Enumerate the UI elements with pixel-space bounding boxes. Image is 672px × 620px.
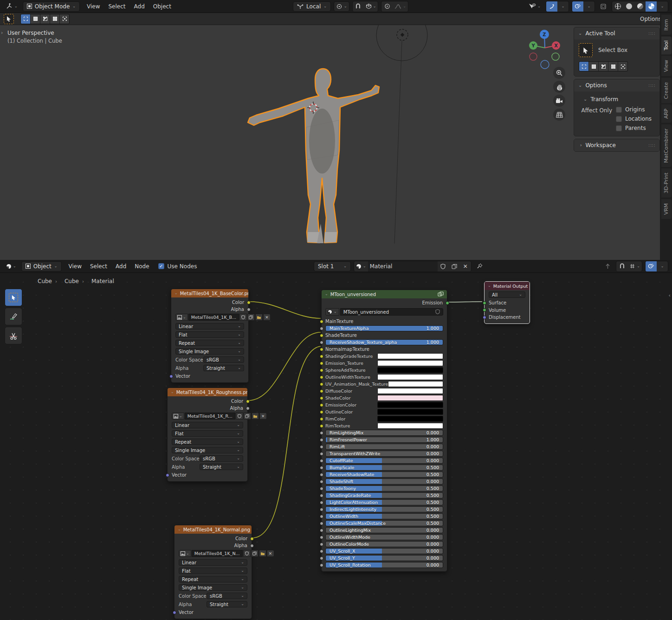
- options-panel-header[interactable]: ⌄ Options ∷∷: [574, 79, 659, 91]
- select-mode-subtract[interactable]: [599, 62, 608, 71]
- color-swatch[interactable]: [377, 402, 443, 408]
- new-material-button[interactable]: [449, 261, 460, 271]
- color-output-socket[interactable]: [250, 537, 254, 541]
- row-slider[interactable]: RimFresnelPower 1.000: [325, 437, 443, 443]
- input-socket[interactable]: [320, 438, 323, 442]
- select-mode-extend[interactable]: [589, 62, 598, 71]
- menu-item[interactable]: Select: [104, 2, 129, 11]
- sidebar-tab[interactable]: VRM: [661, 199, 672, 219]
- row-slider[interactable]: RimLift 0.000: [325, 444, 443, 450]
- select-mode-set[interactable]: [579, 62, 588, 71]
- checkbox[interactable]: [616, 107, 622, 113]
- input-socket[interactable]: [320, 417, 323, 421]
- falloff-dropdown[interactable]: ⌄: [393, 1, 408, 12]
- input-socket[interactable]: [320, 522, 323, 525]
- parent-node-tree-button[interactable]: [602, 261, 613, 271]
- image-name-field[interactable]: MetalTiles04_1K_R...: [185, 413, 235, 420]
- extension-select[interactable]: Repeat ⌄: [172, 439, 243, 445]
- color-swatch[interactable]: [377, 353, 443, 359]
- color-swatch[interactable]: [377, 423, 443, 429]
- row-slider[interactable]: UV_Scroll_Y 0.000: [325, 555, 443, 561]
- source-select[interactable]: Single Image ⌄: [175, 348, 244, 355]
- color-swatch[interactable]: [377, 395, 443, 401]
- breadcrumb-item[interactable]: Cube ›: [34, 278, 57, 284]
- color-space-select[interactable]: sRGB ⌄: [207, 593, 247, 599]
- links-cut-tool[interactable]: [5, 327, 22, 344]
- menu-item[interactable]: Add: [111, 262, 130, 271]
- input-socket[interactable]: [320, 563, 323, 567]
- image-duplicate-button[interactable]: [251, 550, 258, 557]
- menu-item[interactable]: View: [83, 2, 104, 11]
- mtoon-group-node[interactable]: ⌄ MToon_unversioned Emission: [321, 290, 447, 572]
- annotate-tool[interactable]: [5, 308, 22, 325]
- shading-wireframe-button[interactable]: [612, 1, 623, 12]
- node-snap-target-dropdown[interactable]: ⌄: [627, 261, 642, 271]
- projection-select[interactable]: Flat ⌄: [172, 430, 243, 437]
- select-mode-extend[interactable]: [31, 14, 40, 24]
- sidebar-tab[interactable]: MatCombiner: [661, 124, 672, 167]
- input-socket[interactable]: [320, 431, 323, 435]
- vector-input-socket[interactable]: [173, 611, 176, 614]
- xray-toggle-button[interactable]: [598, 1, 609, 12]
- image-open-button[interactable]: [255, 314, 263, 321]
- row-slider[interactable]: OutlineWidth 0.500: [325, 513, 443, 519]
- interpolation-select[interactable]: Linear ⌄: [179, 559, 247, 566]
- image-fake-user-button[interactable]: [236, 413, 243, 420]
- alpha-mode-select[interactable]: Straight ⌄: [203, 365, 244, 371]
- shading-material-button[interactable]: [634, 1, 646, 12]
- row-slider[interactable]: OutlineColorMode 0.000: [325, 541, 443, 547]
- color-swatch[interactable]: [388, 381, 443, 387]
- input-socket[interactable]: [320, 445, 323, 449]
- image-open-button[interactable]: [259, 550, 266, 557]
- grid-view-button[interactable]: [553, 109, 565, 121]
- node-header[interactable]: ⌄ MToon_unversioned: [322, 290, 447, 298]
- image-browse-button[interactable]: ⌄: [179, 550, 191, 557]
- image-name-field[interactable]: MetalTiles04_1K_B...: [188, 314, 239, 321]
- input-socket[interactable]: [320, 549, 323, 553]
- transform-subpanel-header[interactable]: ⌄ Transform: [579, 95, 655, 106]
- group-browse-button[interactable]: ⌄: [325, 308, 339, 316]
- select-mode-intersect[interactable]: [60, 14, 69, 24]
- row-slider[interactable]: IndirectLightIntensity 0.500: [325, 506, 443, 512]
- sidebar-tab[interactable]: Tool: [661, 36, 672, 54]
- menu-item[interactable]: Select: [86, 262, 111, 271]
- row-slider[interactable]: UV_Scroll_Rotation 0.000: [325, 562, 443, 568]
- viewport-canvas[interactable]: › User Perspective (1) Collection | Cube…: [0, 25, 672, 260]
- input-socket[interactable]: [320, 459, 323, 463]
- axis-neg-y-ball[interactable]: [552, 53, 559, 60]
- sidebar-tab[interactable]: ARP: [661, 104, 672, 123]
- row-slider[interactable]: OutlineScaleMaxDistance 0.500: [325, 520, 443, 526]
- vector-input-socket[interactable]: [166, 473, 169, 477]
- checkbox[interactable]: [616, 125, 622, 131]
- input-socket[interactable]: [320, 327, 323, 330]
- color-swatch[interactable]: [377, 416, 443, 422]
- input-socket[interactable]: [320, 466, 323, 470]
- input-socket[interactable]: [320, 556, 323, 560]
- color-space-select[interactable]: sRGB ⌄: [203, 356, 244, 363]
- menu-item[interactable]: Add: [130, 2, 149, 11]
- checkbox-row[interactable]: Parents: [616, 125, 652, 131]
- input-socket[interactable]: [320, 529, 323, 532]
- overlays-dropdown[interactable]: ⌄: [583, 1, 594, 12]
- mode-dropdown[interactable]: Object Mode ⌄: [23, 1, 80, 12]
- source-select[interactable]: Single Image ⌄: [172, 447, 243, 453]
- workspace-panel-header[interactable]: ⌄ Workspace ∷∷: [574, 139, 659, 151]
- alpha-output-socket[interactable]: [250, 544, 254, 548]
- projection-select[interactable]: Flat ⌄: [179, 568, 247, 574]
- projection-select[interactable]: Flat ⌄: [175, 331, 244, 338]
- extension-select[interactable]: Repeat ⌄: [179, 576, 247, 582]
- node-sidebar-expand-chevron[interactable]: ‹: [669, 292, 671, 298]
- menu-item[interactable]: View: [65, 262, 86, 271]
- camera-view-button[interactable]: [553, 95, 565, 107]
- checkbox-row[interactable]: Origins: [616, 106, 652, 113]
- input-socket[interactable]: [320, 403, 323, 407]
- node-header[interactable]: ⌄ MetalTiles04_1K_Roughness.png: [168, 388, 247, 396]
- panel-grip[interactable]: ∷∷: [648, 31, 655, 36]
- image-texture-node[interactable]: ⌄ MetalTiles04_1K_Roughness.png Color Al…: [167, 388, 248, 482]
- row-slider[interactable]: MainTextureAlpha 1.000: [325, 325, 443, 331]
- row-slider[interactable]: BumpScale 0.500: [325, 465, 443, 471]
- color-swatch[interactable]: [377, 367, 443, 373]
- node-overlays-dropdown[interactable]: ⌄: [657, 261, 668, 271]
- axis-neg-z-ball[interactable]: [541, 60, 549, 69]
- show-overlays-button[interactable]: [572, 1, 583, 12]
